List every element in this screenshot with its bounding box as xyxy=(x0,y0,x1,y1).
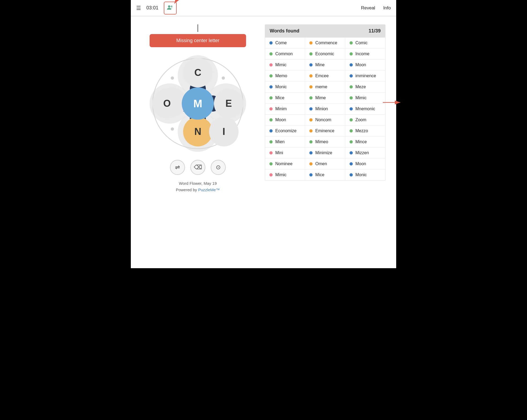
table-row: MienMimeoMince xyxy=(265,137,385,148)
petal-right[interactable]: E xyxy=(214,89,243,118)
list-item: Comic xyxy=(345,38,385,48)
word-text: Income xyxy=(355,51,369,56)
word-text: Nominee xyxy=(275,161,292,166)
word-text: Common xyxy=(275,51,293,56)
words-grid: ComeCommenceComicCommonEconomicIncomeMim… xyxy=(265,38,385,180)
missing-center-button[interactable]: Missing center letter xyxy=(150,34,246,47)
green-dot xyxy=(269,118,273,121)
list-item: Nominee xyxy=(265,159,305,169)
word-text: Commence xyxy=(315,40,337,45)
word-text: Economic xyxy=(315,51,334,56)
blue-dot xyxy=(269,41,273,45)
list-item: Memo xyxy=(265,71,305,81)
word-text: Minim xyxy=(275,106,287,111)
green-dot xyxy=(269,162,273,165)
info-button[interactable]: Info xyxy=(383,5,391,11)
orange-dot xyxy=(309,162,313,165)
timer: 03:01 xyxy=(146,5,158,11)
table-row: MimicMineMoon xyxy=(265,60,385,71)
petal-bottom[interactable]: N xyxy=(183,117,213,146)
list-item: Income xyxy=(345,49,385,59)
word-text: Mice xyxy=(315,172,324,177)
words-found-header: Words found 11/39 xyxy=(265,24,385,38)
menu-icon[interactable]: ☰ xyxy=(136,5,141,11)
petal-i[interactable]: I xyxy=(209,117,239,146)
word-text: Mince xyxy=(355,139,367,144)
list-item: Mizzen xyxy=(345,148,385,158)
list-item: Moon xyxy=(265,115,305,125)
word-text: Moon xyxy=(275,117,286,122)
controls: ⇌ ⌫ ⊙ xyxy=(170,160,226,175)
delete-button[interactable]: ⌫ xyxy=(190,160,205,175)
green-dot xyxy=(269,140,273,143)
list-item: Omen xyxy=(305,159,345,169)
table-row: EconomizeEminenceMezzo xyxy=(265,126,385,137)
table-row: CommonEconomicIncome xyxy=(265,49,385,60)
word-text: Mime xyxy=(315,95,326,100)
shuffle-icon: ⇌ xyxy=(175,164,180,171)
word-text: Mnemonic xyxy=(355,106,375,111)
svg-point-11 xyxy=(171,76,174,80)
list-item: Mezzo xyxy=(345,126,385,136)
word-text: Moon xyxy=(355,62,366,67)
word-text: Omen xyxy=(315,161,327,166)
submit-button[interactable]: ⊙ xyxy=(211,160,226,175)
green-dot xyxy=(309,96,313,100)
blue-dot xyxy=(309,107,313,110)
green-dot xyxy=(350,41,353,45)
list-item: Mine xyxy=(305,60,345,70)
green-dot xyxy=(350,118,353,121)
petal-top[interactable]: C xyxy=(183,58,213,87)
word-text: Mice xyxy=(275,95,284,100)
word-text: Mezzo xyxy=(355,128,368,133)
list-item: Mini xyxy=(265,148,305,158)
orange-dot xyxy=(309,41,313,45)
pink-dot xyxy=(269,63,273,67)
reveal-button[interactable]: Reveal xyxy=(361,5,375,11)
footer-line2: Powered by PuzzleMe™ xyxy=(176,187,220,193)
submit-icon: ⊙ xyxy=(216,164,221,171)
word-text: Monic xyxy=(275,84,287,89)
petal-left[interactable]: O xyxy=(152,89,182,118)
right-arrow-annotation xyxy=(383,97,404,108)
list-item: Mnemonic xyxy=(345,104,385,114)
list-item: imminence xyxy=(345,71,385,81)
word-text: Mimeo xyxy=(315,139,328,144)
word-text: Come xyxy=(275,40,287,45)
green-dot xyxy=(350,85,353,89)
list-item: Common xyxy=(265,49,305,59)
shuffle-button[interactable]: ⇌ xyxy=(170,160,185,175)
left-panel: Missing center letter xyxy=(142,24,254,193)
list-item: Mimic xyxy=(265,170,305,180)
word-text: Minimize xyxy=(315,150,332,155)
word-text: Moon xyxy=(355,161,366,166)
pink-dot xyxy=(269,173,273,176)
header: ☰ 03:01 xyxy=(131,0,396,16)
table-row: MoonNoncomZoom xyxy=(265,115,385,126)
brand-link[interactable]: PuzzleMe™ xyxy=(198,187,220,192)
list-item: Mimic xyxy=(265,60,305,70)
petal-center[interactable]: M xyxy=(182,87,214,120)
blue-dot xyxy=(350,107,353,110)
list-item: Noncom xyxy=(305,115,345,125)
avatar-button[interactable] xyxy=(164,2,177,14)
blue-dot xyxy=(350,74,353,78)
word-text: Minion xyxy=(315,106,328,111)
green-dot xyxy=(350,52,353,56)
word-text: Mien xyxy=(275,139,285,144)
table-row: MemoEmceeimminence xyxy=(265,71,385,82)
green-dot xyxy=(309,140,313,143)
pink-dot xyxy=(269,107,273,110)
table-row: ComeCommenceComic xyxy=(265,38,385,49)
green-dot xyxy=(269,52,273,56)
list-item: Mimic xyxy=(345,93,385,103)
list-item: Come xyxy=(265,38,305,48)
words-grid-wrapper[interactable]: ComeCommenceComicCommonEconomicIncomeMim… xyxy=(265,38,385,180)
list-item: Eminence xyxy=(305,126,345,136)
list-item: Emcee xyxy=(305,71,345,81)
word-text: Mimic xyxy=(355,95,367,100)
table-row: MiniMinimizeMizzen xyxy=(265,148,385,159)
footer-text: Word Flower, May 19 Powered by PuzzleMe™ xyxy=(176,180,220,193)
pink-dot xyxy=(269,151,273,154)
list-item: Mimeo xyxy=(305,137,345,147)
